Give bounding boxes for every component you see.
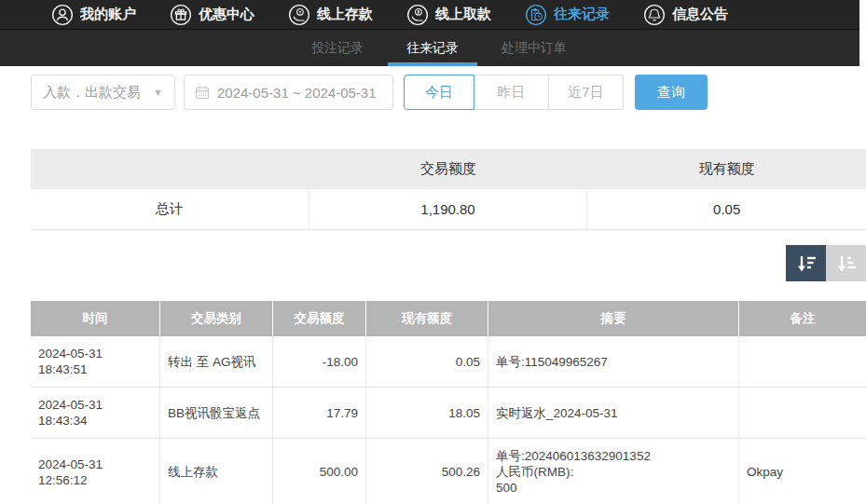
cell-remark <box>739 336 866 387</box>
chevron-down-icon: ▼ <box>153 87 163 98</box>
col-header-balance: 现有额度 <box>366 301 488 336</box>
today-button[interactable]: 今日 <box>404 75 474 110</box>
yesterday-button[interactable]: 昨日 <box>474 75 549 110</box>
cell-summary: 实时返水_2024-05-31 <box>488 388 739 438</box>
tab-betting-records[interactable]: 投注记录 <box>308 30 367 66</box>
summary-line: 500 <box>496 480 517 496</box>
user-icon <box>51 4 74 26</box>
tab-label: 投注记录 <box>311 40 364 57</box>
nav-item-transaction-records[interactable]: 往来记录 <box>525 4 610 26</box>
deposit-hand-coin-icon <box>288 4 310 26</box>
nav-item-promotions[interactable]: 优惠中心 <box>170 4 254 26</box>
quick-date-button-group: 今日 昨日 近7日 <box>404 75 624 110</box>
cell-summary: 单号:202406013632901352 人民币(RMB): 500 <box>488 439 739 504</box>
sort-descending-button[interactable] <box>786 245 826 281</box>
transaction-type-select[interactable]: 入款．出款交易 ▼ <box>31 75 175 110</box>
tab-label: 往来记录 <box>406 40 459 57</box>
cell-remark: Okpay <box>739 439 866 504</box>
cell-time: 2024-05-31 18:43:51 <box>31 336 160 387</box>
cell-time: 2024-05-31 18:43:34 <box>31 388 160 438</box>
summary-line: 单号:202406013632901352 <box>496 448 651 464</box>
sort-controls <box>31 245 866 281</box>
transaction-table: 时间 交易类别 交易额度 现有额度 摘要 备注 2024-05-31 18:43… <box>31 301 866 504</box>
col-header-amount: 交易额度 <box>273 301 366 336</box>
date-range-input[interactable]: 2024-05-31 ~ 2024-05-31 <box>184 75 393 110</box>
top-navigation-bar: 我的账户 优惠中心 线上存款 <box>0 0 859 29</box>
summary-transaction-amount: 1,190.80 <box>309 189 588 229</box>
nav-item-label: 线上存款 <box>317 6 373 23</box>
summary-total-row: 总计 1,190.80 0.05 <box>31 189 866 230</box>
col-header-time: 时间 <box>31 301 160 336</box>
cell-remark <box>739 388 866 438</box>
withdraw-hand-coin-icon <box>406 4 429 26</box>
col-header-type: 交易类别 <box>160 301 273 336</box>
nav-item-online-deposit[interactable]: 线上存款 <box>288 4 373 26</box>
nav-item-label: 信息公告 <box>672 6 728 23</box>
record-tabs-bar: 投注记录 往来记录 处理中订单 <box>0 29 859 66</box>
cell-type: 转出 至 AG视讯 <box>160 336 273 387</box>
cell-balance: 18.05 <box>366 388 488 438</box>
nav-item-online-withdrawal[interactable]: 线上取款 <box>406 4 491 26</box>
transaction-table-header: 时间 交易类别 交易额度 现有额度 摘要 备注 <box>31 301 866 336</box>
active-tab-underline <box>388 62 477 66</box>
nav-item-label: 线上取款 <box>435 6 491 23</box>
table-row: 2024-05-31 12:56:12 线上存款 500.00 500.26 单… <box>31 439 866 504</box>
summary-total-label: 总计 <box>31 189 309 229</box>
gift-icon <box>170 4 192 26</box>
last-7-days-button[interactable]: 近7日 <box>549 75 624 110</box>
nav-item-announcements[interactable]: 信息公告 <box>643 4 728 26</box>
tab-label: 处理中订单 <box>502 40 567 57</box>
nav-item-my-account[interactable]: 我的账户 <box>51 4 136 26</box>
cell-type: 线上存款 <box>160 439 273 504</box>
cell-balance: 500.26 <box>366 439 488 504</box>
cell-time: 2024-05-31 12:56:12 <box>31 439 160 504</box>
nav-item-label: 往来记录 <box>554 6 610 23</box>
calendar-icon <box>195 85 210 100</box>
cell-amount: -18.00 <box>273 336 366 387</box>
cell-type: BB视讯骰宝返点 <box>160 388 273 438</box>
tab-transaction-records[interactable]: 往来记录 <box>403 30 462 66</box>
query-button[interactable]: 查询 <box>635 75 708 110</box>
summary-header-transaction-amount: 交易额度 <box>309 160 588 178</box>
summary-header-row: 交易额度 现有额度 <box>31 149 866 189</box>
cell-amount: 17.79 <box>273 388 366 438</box>
col-header-summary: 摘要 <box>488 301 739 336</box>
tab-processing-orders[interactable]: 处理中订单 <box>498 30 570 66</box>
nav-item-label: 优惠中心 <box>199 6 254 23</box>
sort-descending-icon <box>794 252 818 276</box>
summary-table: 交易额度 现有额度 总计 1,190.80 0.05 <box>31 149 866 230</box>
filter-row: 入款．出款交易 ▼ 2024-05-31 ~ 2024-05-31 今日 昨日 … <box>31 75 866 110</box>
cell-balance: 0.05 <box>366 336 488 387</box>
summary-line: 人民币(RMB): <box>496 464 573 480</box>
bell-icon <box>643 4 666 26</box>
transaction-type-value: 入款．出款交易 <box>43 84 141 102</box>
sort-ascending-button[interactable] <box>826 245 866 281</box>
main-content: 入款．出款交易 ▼ 2024-05-31 ~ 2024-05-31 今日 昨日 … <box>0 75 866 504</box>
table-row: 2024-05-31 18:43:51 转出 至 AG视讯 -18.00 0.0… <box>31 336 866 388</box>
col-header-remark: 备注 <box>739 301 866 336</box>
date-range-value: 2024-05-31 ~ 2024-05-31 <box>217 85 377 101</box>
cell-amount: 500.00 <box>273 439 366 504</box>
sort-ascending-icon <box>834 252 859 276</box>
nav-item-label: 我的账户 <box>80 6 136 23</box>
cell-summary: 单号:115049965267 <box>488 336 739 387</box>
records-clipboard-clock-icon <box>525 4 547 26</box>
table-row: 2024-05-31 18:43:34 BB视讯骰宝返点 17.79 18.05… <box>31 388 866 439</box>
summary-current-balance: 0.05 <box>587 189 866 229</box>
summary-header-current-balance: 现有额度 <box>587 160 866 178</box>
